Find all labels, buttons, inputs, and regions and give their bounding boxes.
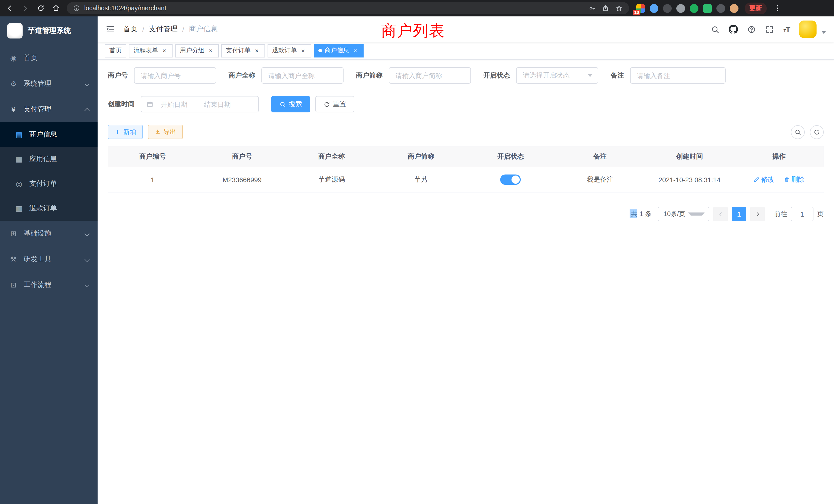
tab-pay-order[interactable]: 支付订单 <box>221 44 265 57</box>
short-name-input[interactable] <box>389 67 471 84</box>
extension-icon[interactable] <box>650 4 658 13</box>
site-info-icon[interactable] <box>73 5 80 12</box>
sidebar-item-app-info[interactable]: ▦ 应用信息 <box>0 147 97 171</box>
breadcrumb-home[interactable]: 首页 <box>123 25 138 34</box>
help-icon[interactable] <box>747 25 756 33</box>
tab-process-form[interactable]: 流程表单 <box>129 44 173 57</box>
tab-refund-order[interactable]: 退款订单 <box>267 44 311 57</box>
search-button[interactable]: 搜索 <box>271 96 310 112</box>
refresh-button[interactable] <box>810 125 824 139</box>
close-icon[interactable] <box>300 47 307 54</box>
app-title: 芋道管理系统 <box>28 26 71 36</box>
workflow-icon: ⊡ <box>9 281 18 289</box>
extension-icon[interactable] <box>703 4 712 13</box>
profile-avatar[interactable] <box>730 4 739 13</box>
sidebar-item-label: 支付订单 <box>29 179 57 188</box>
col-remark: 备注 <box>555 146 645 167</box>
sidebar-item-infrastructure[interactable]: ⊞ 基础设施 <box>0 221 97 246</box>
reset-button[interactable]: 重置 <box>315 96 354 112</box>
tab-home[interactable]: 首页 <box>105 44 126 57</box>
sidebar-item-merchant-info[interactable]: ▤ 商户信息 <box>0 122 97 147</box>
tab-merchant-info[interactable]: 商户信息 <box>314 44 364 57</box>
tab-user-group[interactable]: 用户分组 <box>175 44 219 57</box>
sidebar-item-workflow[interactable]: ⊡ 工作流程 <box>0 272 97 298</box>
chevron-up-icon <box>85 108 90 113</box>
table-row: 1 M233666999 芋道源码 芋艿 我是备注 2021-10-23 08:… <box>108 167 824 192</box>
screen: localhost:1024/pay/merchant 10 更新 <box>0 0 834 504</box>
browser-back-icon[interactable] <box>5 4 14 13</box>
font-size-icon[interactable] <box>784 25 790 33</box>
extension-icon[interactable] <box>690 4 698 13</box>
sidebar: 芋道管理系统 ◉ 首页 ⚙ 系统管理 ¥ 支付管理 <box>0 17 97 504</box>
avatar-caret-icon[interactable] <box>822 31 826 34</box>
page-size-select[interactable]: 10条/页 <box>658 207 709 221</box>
password-key-icon[interactable] <box>589 5 596 12</box>
close-icon[interactable] <box>161 47 168 54</box>
chevron-down-icon <box>688 212 705 215</box>
pagination: 共 1 条 10条/页 1 前往 页 <box>108 207 824 221</box>
share-icon[interactable] <box>602 5 609 12</box>
sidebar-item-system-mgmt[interactable]: ⚙ 系统管理 <box>0 71 97 96</box>
extension-icon[interactable] <box>717 4 725 13</box>
browser-reload-icon[interactable] <box>36 4 45 13</box>
address-bar[interactable]: localhost:1024/pay/merchant <box>67 2 629 14</box>
status-select[interactable]: 请选择开启状态 <box>516 67 598 84</box>
col-full-name: 商户全称 <box>287 146 376 167</box>
tab-label: 退款订单 <box>272 46 297 55</box>
browser-update-button[interactable]: 更新 <box>745 2 767 14</box>
sidebar-item-label: 应用信息 <box>29 155 57 164</box>
full-name-input[interactable] <box>261 67 344 84</box>
sidebar-item-home[interactable]: ◉ 首页 <box>0 45 97 71</box>
date-separator: - <box>195 100 197 108</box>
remark-input[interactable] <box>630 67 726 84</box>
fullscreen-icon[interactable] <box>765 25 774 33</box>
delete-button[interactable]: 删除 <box>784 175 805 184</box>
extension-icon[interactable] <box>676 4 685 13</box>
toggle-search-button[interactable] <box>791 125 805 139</box>
sidebar-item-label: 商户信息 <box>29 130 57 139</box>
prev-page-button[interactable] <box>713 207 728 221</box>
annotation-merchant-list: 商户列表 <box>381 21 445 42</box>
add-button[interactable]: 新增 <box>108 125 143 139</box>
sidebar-fold-icon[interactable] <box>106 25 115 34</box>
close-icon[interactable] <box>207 47 214 54</box>
browser-home-icon[interactable] <box>51 4 61 13</box>
reset-button-label: 重置 <box>333 99 346 109</box>
close-icon[interactable] <box>352 47 359 54</box>
edit-button-label: 修改 <box>761 175 774 184</box>
breadcrumb-payment-mgmt[interactable]: 支付管理 <box>149 25 178 34</box>
sidebar-item-pay-order[interactable]: ◎ 支付订单 <box>0 171 97 196</box>
browser-forward-icon[interactable] <box>21 4 30 13</box>
end-date-input[interactable] <box>199 100 236 108</box>
edit-button[interactable]: 修改 <box>753 175 774 184</box>
user-avatar[interactable] <box>799 21 816 38</box>
sidebar-item-label: 研发工具 <box>24 255 51 264</box>
status-select-placeholder: 请选择开启状态 <box>523 71 588 80</box>
create-time-range[interactable]: - <box>141 96 259 112</box>
goto-page-input[interactable] <box>791 207 813 221</box>
filter-row-2: 创建时间 - 搜索 重置 <box>108 96 824 112</box>
start-date-input[interactable] <box>156 100 193 108</box>
extension-icon[interactable]: 10 <box>636 4 645 13</box>
app-logo[interactable]: 芋道管理系统 <box>0 17 97 45</box>
close-icon[interactable] <box>253 47 260 54</box>
github-icon[interactable] <box>729 25 738 34</box>
browser-menu-icon[interactable] <box>773 4 782 13</box>
sidebar-item-dev-tools[interactable]: ⚒ 研发工具 <box>0 246 97 272</box>
search-button-label: 搜索 <box>289 99 302 109</box>
dashboard-icon: ◉ <box>9 54 18 62</box>
sidebar-item-refund-order[interactable]: ▥ 退款订单 <box>0 196 97 221</box>
extension-icon[interactable] <box>663 4 672 13</box>
current-page-button[interactable]: 1 <box>732 207 746 221</box>
full-name-label: 商户全称 <box>228 71 255 80</box>
sidebar-item-label: 支付管理 <box>24 105 51 114</box>
export-button[interactable]: 导出 <box>148 125 183 139</box>
next-page-button[interactable] <box>750 207 765 221</box>
merchant-no-input[interactable] <box>134 67 216 84</box>
header-search-icon[interactable] <box>711 25 720 33</box>
sidebar-item-payment-mgmt[interactable]: ¥ 支付管理 <box>0 96 97 122</box>
col-short-name: 商户简称 <box>376 146 466 167</box>
tab-label: 商户信息 <box>325 46 349 55</box>
status-toggle[interactable] <box>500 175 521 185</box>
bookmark-star-icon[interactable] <box>615 4 623 12</box>
